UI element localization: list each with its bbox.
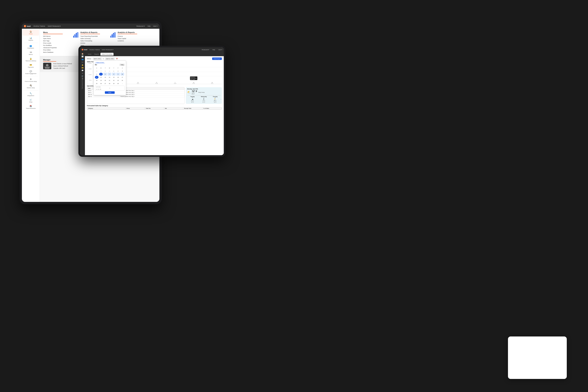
manager-unlinked[interactable]: Issue Unlinked Refund (53, 65, 72, 67)
menu-edit[interactable]: Edit Menus (43, 35, 63, 38)
cal-3[interactable]: 3 (120, 70, 124, 72)
front-sidebar-reports[interactable]: 📊 (82, 56, 84, 58)
cal-31[interactable]: 31 (108, 70, 111, 72)
front-restaurant-btn[interactable]: Restaurant ▾ (202, 49, 209, 50)
help-btn[interactable]: Help (148, 25, 150, 27)
cal-2[interactable]: 2 (116, 70, 120, 72)
cal-25[interactable]: 25 (95, 82, 98, 85)
sidebar-item-integrations[interactable]: 🔧 Integrations (22, 91, 39, 97)
analytics1-essentials[interactable]: Toast Reporting Essentials (80, 35, 100, 38)
analytics1-kitchen[interactable]: Kitchen (80, 42, 100, 44)
cal-23[interactable]: 23 (116, 79, 120, 82)
cal-6[interactable]: 6 (104, 73, 107, 76)
sidebar-item-menus[interactable]: 🍽 Menus (22, 50, 39, 56)
menu-open-items[interactable]: Open Items (43, 38, 63, 40)
menu-pre-mod[interactable]: Pre Modifiers (43, 44, 63, 46)
cal-13[interactable]: 13 (104, 76, 107, 79)
front-sidebar-item4[interactable]: 🍽 (82, 61, 83, 63)
analytics1-forecasting[interactable]: Sales Forecasting (80, 40, 100, 42)
manager-find-checks[interactable]: Find Checks & Issue Refund (53, 62, 72, 65)
manager-gift-card[interactable]: Transfer Gift Card (53, 67, 72, 70)
cal-10[interactable]: 10 (120, 73, 124, 76)
menu-price-levels[interactable]: Price Levels (43, 42, 63, 44)
weather-nav-next[interactable]: › (221, 98, 221, 100)
cal-11[interactable]: 11 (95, 76, 98, 79)
cal-29[interactable]: 29 (99, 70, 103, 72)
cal-1b[interactable]: 1 (120, 82, 124, 85)
sidebar-item-reports[interactable]: 📊 Reports (22, 36, 39, 42)
front-sidebar-item3[interactable]: 👥 (82, 58, 84, 60)
front-user-btn[interactable]: User ▾ (218, 49, 222, 50)
front-sidebar-item8[interactable]: ⚙ (82, 72, 83, 74)
front-switch-btn[interactable]: Switch Restaurant ▾ (102, 49, 113, 50)
restaurant-name[interactable]: Vincitrice Trattoria (33, 25, 45, 27)
analytics2-capital[interactable]: Toast Capital (118, 38, 137, 40)
cal-20[interactable]: 20 (104, 79, 107, 82)
cal-12[interactable]: 12 (99, 76, 103, 79)
menu-items-db[interactable]: Items Database (43, 51, 63, 54)
cal-18[interactable]: 18 (95, 79, 98, 82)
switch-restaurant-btn[interactable]: Switch Restaurant ▾ (48, 25, 61, 27)
svg-rect-3 (78, 33, 78, 38)
front-sidebar-home[interactable]: 🏠 (82, 53, 84, 55)
cal-17[interactable]: 17 (120, 76, 124, 79)
menu-item-tags[interactable]: Item Tags (43, 40, 63, 42)
cal-28b[interactable]: 28 (108, 82, 111, 85)
analytics2-locations[interactable]: Locations (118, 40, 137, 42)
cal-9[interactable]: 9 (116, 73, 120, 76)
analytics1-sales-summary[interactable]: Sales Summary (80, 38, 100, 40)
cal-29b[interactable]: 29 (112, 82, 116, 85)
cal-14[interactable]: 14 (108, 76, 111, 79)
menu-advanced[interactable]: Advanced Properties (43, 46, 63, 49)
front-sidebar-item7[interactable]: 💬 (82, 70, 84, 72)
cal-19[interactable]: 19 (99, 79, 103, 82)
date-to-input[interactable]: April 11, 2021 (105, 58, 115, 60)
sidebar-item-home[interactable]: 🏠 Home (22, 30, 39, 36)
weather-widget: Monday, April 5th ⛅ 72° F 68°/76° 🌧 0% P… (186, 87, 222, 104)
weather-wed-name: Wednesday (198, 96, 209, 97)
tab-home[interactable]: Home (86, 53, 92, 56)
restaurant-menu-btn[interactable]: Restaurant ▾ (136, 25, 145, 27)
cal-24[interactable]: 24 (120, 79, 124, 82)
sidebar-item-payments[interactable]: 💳 Payments (22, 63, 39, 69)
cal-4[interactable]: 4 (95, 73, 98, 76)
user-menu-btn[interactable]: User ▾ (153, 25, 158, 27)
email-export-btn[interactable]: Email Export (212, 58, 222, 60)
cal-27[interactable]: 27 (104, 82, 107, 85)
cal-30[interactable]: 30 (116, 82, 120, 85)
calendar-icon[interactable]: 📅 (116, 58, 118, 60)
sidebar-item-resources[interactable]: 📚 Toast Resources (22, 104, 39, 110)
cal-5[interactable]: 5 (99, 73, 103, 76)
front-help-btn[interactable]: Help (212, 49, 215, 50)
cal-22[interactable]: 22 (112, 79, 116, 82)
svg-rect-0 (73, 36, 74, 38)
sidebar-item-employees[interactable]: 👥 Employees (22, 44, 39, 50)
sidebar-divider-2 (23, 76, 38, 76)
cal-7[interactable]: 7 (108, 73, 111, 76)
cal-21[interactable]: 21 (108, 79, 111, 82)
front-sidebar-item5[interactable]: 🔒 (82, 64, 84, 66)
menu-price-editor[interactable]: Price Editor (43, 49, 63, 51)
cal-30[interactable]: 30 (104, 70, 107, 72)
front-sidebar-item6[interactable]: 💳 (82, 67, 84, 68)
tab-reports[interactable]: Reports (93, 53, 100, 56)
sidebar-item-kitchen[interactable]: 🍳 Kitchen setup (22, 84, 39, 90)
analytics2-finance[interactable]: Finance (118, 35, 137, 38)
sidebar-item-foh[interactable]: ⚙ Front of house setup (22, 77, 39, 83)
cal-1a[interactable]: 1 (112, 70, 116, 72)
sidebar-item-takeout[interactable]: 🔒 Takeout & delivery (22, 56, 39, 62)
svg-rect-10 (44, 66, 50, 67)
sidebar-item-shop[interactable]: 🛒 Shop (22, 98, 39, 104)
front-restaurant-name[interactable]: Vincitrice Trattoria (89, 49, 100, 50)
cal-15[interactable]: 15 (112, 76, 116, 79)
cal-8[interactable]: 8 (112, 73, 116, 76)
cal-28[interactable]: 28 (95, 70, 98, 72)
cal-16[interactable]: 16 (116, 76, 120, 79)
date-from-input[interactable]: April 5, 2021 (93, 58, 102, 60)
sidebar-item-guest[interactable]: 💬 Guest engagement (22, 69, 39, 75)
return-link[interactable]: ← Return to Anal... (95, 62, 124, 63)
cal-26[interactable]: 26 (99, 82, 103, 85)
cal-apply-btn[interactable]: Apply (105, 91, 115, 94)
tab-forecasting[interactable]: Sales Forecasting (100, 53, 114, 56)
today-btn[interactable]: Today (120, 64, 124, 66)
